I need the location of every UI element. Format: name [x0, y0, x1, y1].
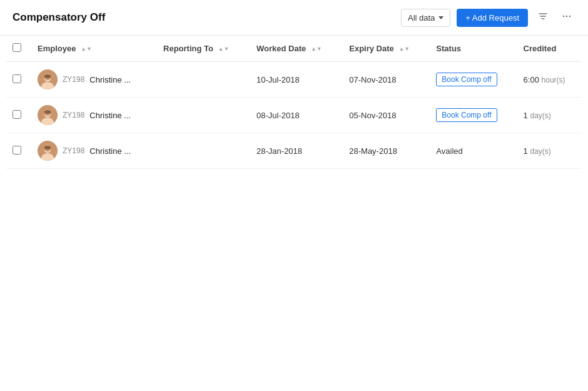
row-checkbox-cell — [6, 62, 31, 98]
credited-value: 6:00 — [524, 75, 539, 84]
col-header-reporting-to: Reporting To ▲▼ — [157, 36, 250, 62]
credited-cell: 6:00 hour(s) — [517, 62, 582, 98]
employee-id: ZY198 — [63, 111, 84, 119]
add-request-button[interactable]: + Add Request — [457, 9, 528, 27]
compensatory-off-table: Employee ▲▼ Reporting To ▲▼ Worked Date … — [6, 36, 582, 169]
col-header-credited: Credited — [517, 36, 582, 62]
status-cell: Availed — [430, 133, 517, 169]
header-checkbox-cell — [6, 36, 31, 62]
status-badge[interactable]: Book Comp off — [436, 73, 497, 86]
credited-value: 1 — [524, 146, 528, 156]
expiry-date-cell: 05-Nov-2018 — [343, 98, 430, 133]
table-header: Employee ▲▼ Reporting To ▲▼ Worked Date … — [6, 36, 582, 62]
chevron-down-icon — [438, 16, 444, 19]
employee-cell: ZY198 Christine ... — [31, 98, 157, 133]
row-checkbox-cell — [6, 98, 31, 133]
col-header-worked-date: Worked Date ▲▼ — [250, 36, 343, 62]
col-header-employee: Employee ▲▼ — [31, 36, 157, 62]
expiry-date-cell: 07-Nov-2018 — [343, 62, 430, 98]
page-title: Compensatory Off — [13, 11, 105, 24]
worked-date-cell: 28-Jan-2018 — [250, 133, 343, 169]
more-icon — [562, 11, 572, 21]
col-header-status: Status — [430, 36, 517, 62]
svg-point-2 — [569, 16, 571, 18]
page-header: Compensatory Off All data + Add Request — [0, 0, 588, 36]
table-container: Employee ▲▼ Reporting To ▲▼ Worked Date … — [0, 36, 588, 169]
expiry-date-cell: 28-May-2018 — [343, 133, 430, 169]
avatar — [38, 69, 58, 89]
credited-cell: 1 day(s) — [517, 133, 582, 169]
table-body: ZY198 Christine ... 10-Jul-201807-Nov-20… — [6, 62, 582, 169]
table-row: ZY198 Christine ... 08-Jul-201805-Nov-20… — [6, 98, 582, 133]
all-data-dropdown[interactable]: All data — [401, 9, 450, 27]
status-text: Availed — [436, 145, 462, 158]
table-row: ZY198 Christine ... 10-Jul-201807-Nov-20… — [6, 62, 582, 98]
employee-cell: ZY198 Christine ... — [31, 62, 157, 98]
row-checkbox[interactable] — [13, 146, 21, 155]
filter-button[interactable] — [534, 8, 552, 28]
svg-point-7 — [44, 74, 51, 78]
credited-unit: hour(s) — [542, 76, 565, 84]
col-header-expiry-date: Expiry Date ▲▼ — [343, 36, 430, 62]
reporting-to-cell — [157, 62, 250, 98]
employee-name: Christine ... — [89, 146, 131, 156]
avatar — [38, 141, 58, 161]
svg-point-17 — [44, 146, 51, 150]
employee-name: Christine ... — [89, 111, 131, 120]
sort-expiry-date-icon[interactable]: ▲▼ — [398, 46, 410, 52]
credited-cell: 1 day(s) — [517, 98, 582, 133]
employee-name: Christine ... — [89, 75, 131, 84]
header-controls: All data + Add Request — [401, 8, 575, 28]
status-cell: Book Comp off — [430, 62, 517, 98]
worked-date-cell: 10-Jul-2018 — [250, 62, 343, 98]
svg-point-0 — [563, 16, 565, 18]
status-badge[interactable]: Book Comp off — [436, 108, 497, 122]
sort-worked-date-icon[interactable]: ▲▼ — [311, 46, 322, 52]
row-checkbox[interactable] — [13, 110, 21, 119]
table-row: ZY198 Christine ... 28-Jan-201828-May-20… — [6, 133, 582, 169]
row-checkbox-cell — [6, 133, 31, 169]
credited-unit: day(s) — [530, 111, 550, 120]
sort-reporting-icon[interactable]: ▲▼ — [218, 46, 230, 52]
worked-date-cell: 08-Jul-2018 — [250, 98, 343, 133]
select-all-checkbox[interactable] — [13, 43, 21, 52]
sort-employee-icon[interactable]: ▲▼ — [81, 46, 92, 52]
reporting-to-cell — [157, 98, 250, 133]
credited-value: 1 — [524, 111, 528, 120]
avatar — [38, 105, 58, 125]
filter-icon — [538, 11, 548, 21]
employee-cell: ZY198 Christine ... — [31, 133, 157, 169]
employee-id: ZY198 — [63, 146, 84, 155]
status-cell: Book Comp off — [430, 98, 517, 133]
credited-unit: day(s) — [530, 147, 550, 156]
more-options-button[interactable] — [558, 8, 575, 28]
row-checkbox[interactable] — [13, 74, 21, 83]
employee-id: ZY198 — [63, 75, 84, 84]
svg-point-1 — [566, 16, 568, 18]
dropdown-label: All data — [408, 13, 435, 23]
svg-point-12 — [44, 110, 51, 114]
reporting-to-cell — [157, 133, 250, 169]
